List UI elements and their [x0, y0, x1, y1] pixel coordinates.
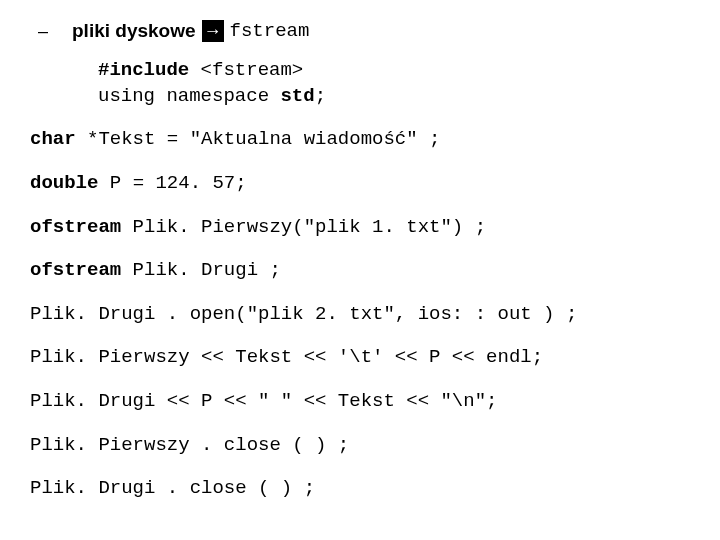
code-line-9: Plik. Drugi . close ( ) ;: [30, 476, 690, 502]
code-2-rest: P = 124. 57;: [98, 172, 246, 194]
include-line-1: #include <fstream>: [98, 58, 690, 84]
include-line-2: using namespace std;: [98, 84, 690, 110]
code-line-2: double P = 124. 57;: [30, 171, 690, 197]
code-4-rest: Plik. Drugi ;: [121, 259, 281, 281]
include-keyword: #include: [98, 59, 189, 81]
bullet-dash: –: [36, 21, 50, 42]
code-line-5: Plik. Drugi . open("plik 2. txt", ios: :…: [30, 302, 690, 328]
code-line-6: Plik. Pierwszy << Tekst << '\t' << P << …: [30, 345, 690, 371]
include-block: #include <fstream> using namespace std;: [98, 58, 690, 109]
code-line-4: ofstream Plik. Drugi ;: [30, 258, 690, 284]
kw-ofstream-1: ofstream: [30, 216, 121, 238]
bullet-label: pliki dyskowe: [72, 20, 196, 42]
kw-char: char: [30, 128, 76, 150]
arrow-icon: →: [202, 20, 224, 42]
code-1-rest: *Tekst = "Aktualna wiadomość" ;: [76, 128, 441, 150]
code-line-3: ofstream Plik. Pierwszy("plik 1. txt") ;: [30, 215, 690, 241]
code-3-rest: Plik. Pierwszy("plik 1. txt") ;: [121, 216, 486, 238]
using-semicolon: ;: [315, 85, 326, 107]
code-line-8: Plik. Pierwszy . close ( ) ;: [30, 433, 690, 459]
bullet-heading: – pliki dyskowe → fstream: [30, 20, 690, 42]
std-keyword: std: [280, 85, 314, 107]
include-rest: <fstream>: [189, 59, 303, 81]
bullet-target: fstream: [230, 20, 310, 42]
using-namespace: using namespace: [98, 85, 280, 107]
code-line-1: char *Tekst = "Aktualna wiadomość" ;: [30, 127, 690, 153]
kw-double: double: [30, 172, 98, 194]
code-line-7: Plik. Drugi << P << " " << Tekst << "\n"…: [30, 389, 690, 415]
kw-ofstream-2: ofstream: [30, 259, 121, 281]
